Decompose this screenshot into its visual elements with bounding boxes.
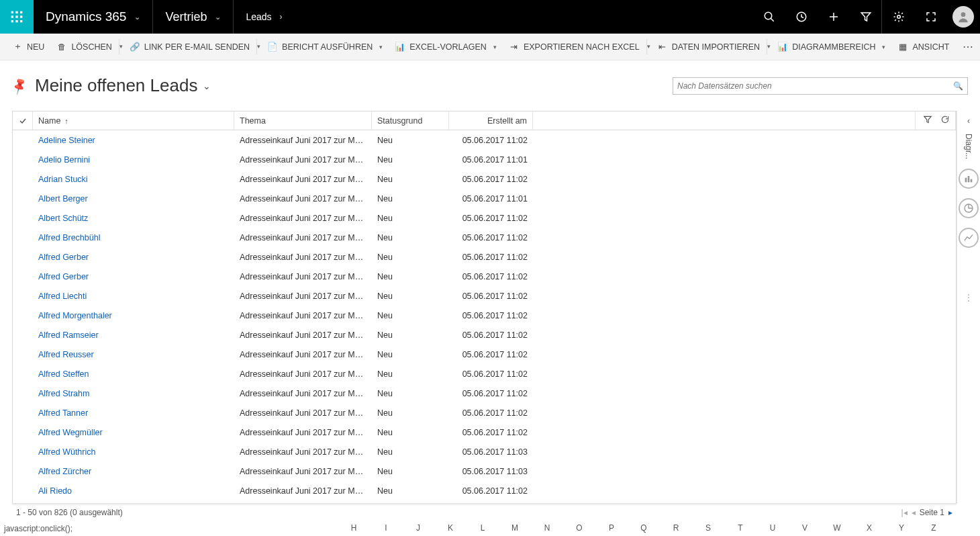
column-header-created[interactable]: Erstellt am (449, 111, 533, 130)
alpha-jump-S[interactable]: S (692, 523, 724, 533)
brand-switcher[interactable]: Dynamics 365 ⌄ (34, 0, 153, 34)
lead-name-link[interactable]: Alfred Morgenthaler (33, 311, 234, 320)
pager-first[interactable]: |◂ (901, 508, 908, 517)
table-row[interactable]: Adrian StuckiAdresseinkauf Juni 2017 zur… (13, 169, 956, 189)
select-all-checkbox[interactable] (13, 111, 33, 130)
alpha-jump-R[interactable]: R (660, 523, 692, 533)
table-row[interactable]: Albert SchützAdresseinkauf Juni 2017 zur… (13, 208, 956, 228)
expand-chart-pane[interactable]: ‹ (967, 116, 970, 126)
table-row[interactable]: Ali RiedoAdresseinkauf Juni 2017 zur Mar… (13, 481, 956, 500)
cmd-view[interactable]: ▦ ANSICHT (892, 34, 954, 60)
pager-next[interactable]: ▸ (948, 508, 952, 517)
table-row[interactable]: Alfred GerberAdresseinkauf Juni 2017 zur… (13, 247, 956, 267)
cmd-delete-split[interactable]: ▾ (119, 39, 123, 54)
settings-button[interactable] (882, 0, 914, 34)
alpha-jump-H[interactable]: H (338, 523, 370, 533)
grid-filter-button[interactable] (923, 115, 932, 126)
table-row[interactable]: Alfred SteffenAdresseinkauf Juni 2017 zu… (13, 364, 956, 384)
lead-name-link[interactable]: Alfred Liechti (33, 292, 234, 301)
cmd-chart-pane[interactable]: 📊 DIAGRAMMBEREICH ▾ (772, 34, 891, 60)
alpha-jump-P[interactable]: P (595, 523, 628, 533)
table-row[interactable]: Alfred MorgenthalerAdresseinkauf Juni 20… (13, 306, 956, 325)
breadcrumb-entity[interactable]: Leads › (234, 0, 294, 34)
table-row[interactable]: Adelio BerniniAdresseinkauf Juni 2017 zu… (13, 150, 956, 169)
cmd-import-data-split[interactable]: ▾ (767, 39, 771, 54)
lead-name-link[interactable]: Alfred Zürcher (33, 467, 234, 476)
alpha-jump-M[interactable]: M (499, 523, 531, 533)
lead-name-link[interactable]: Ali Riedo (33, 486, 234, 496)
alpha-jump-W[interactable]: W (821, 523, 853, 533)
lead-name-link[interactable]: Adrian Stucki (33, 175, 234, 184)
view-selector[interactable]: Meine offenen Leads ⌄ (35, 75, 211, 96)
alpha-jump-Q[interactable]: Q (628, 523, 660, 533)
alpha-jump-J[interactable]: J (402, 523, 434, 533)
alpha-jump-O[interactable]: O (563, 523, 595, 533)
cmd-new[interactable]: ＋ NEU (7, 34, 50, 60)
cmd-import-data[interactable]: ⇤ DATEN IMPORTIEREN (652, 34, 766, 60)
quick-create-button[interactable] (817, 0, 849, 34)
lead-name-link[interactable]: Alfred Ramseier (33, 330, 234, 340)
search-input[interactable] (677, 81, 953, 91)
global-search-button[interactable] (752, 0, 785, 34)
search-icon[interactable]: 🔍 (953, 81, 963, 91)
cmd-email-link[interactable]: 🔗 LINK PER E-MAIL SENDEN (124, 34, 255, 60)
table-row[interactable]: Alfred StrahmAdresseinkauf Juni 2017 zur… (13, 384, 956, 403)
cmd-export-excel[interactable]: ⇥ EXPORTIEREN NACH EXCEL (503, 34, 645, 60)
lead-name-link[interactable]: Alfred Reusser (33, 350, 234, 359)
table-row[interactable]: Alfred LiechtiAdresseinkauf Juni 2017 zu… (13, 286, 956, 306)
lead-name-link[interactable]: Alfred Gerber (33, 272, 234, 281)
alpha-jump-T[interactable]: T (724, 523, 756, 533)
lead-name-link[interactable]: Alfred Tanner (33, 408, 234, 418)
table-row[interactable]: Alfred TannerAdresseinkauf Juni 2017 zur… (13, 403, 956, 422)
record-search[interactable]: 🔍 (673, 77, 968, 95)
chart-line-button[interactable] (959, 228, 979, 248)
alpha-jump-I[interactable]: I (370, 523, 402, 533)
table-row[interactable]: Alfred WegmüllerAdresseinkauf Juni 2017 … (13, 422, 956, 442)
chart-pie-button[interactable] (959, 198, 979, 218)
pane-drag-handle[interactable]: ⋮ (965, 293, 973, 302)
pin-view-button[interactable]: 📌 (9, 75, 30, 95)
lead-name-link[interactable]: Alfred Wüthrich (33, 447, 234, 457)
table-row[interactable]: Adeline SteinerAdresseinkauf Juni 2017 z… (13, 130, 956, 150)
cmd-delete[interactable]: 🗑 LÖSCHEN (51, 34, 117, 60)
alpha-jump-N[interactable]: N (531, 523, 563, 533)
table-row[interactable]: Alfred WüthrichAdresseinkauf Juni 2017 z… (13, 442, 956, 461)
user-avatar[interactable] (946, 0, 980, 34)
advanced-find-button[interactable] (849, 0, 881, 34)
lead-name-link[interactable]: Alfred Brechbühl (33, 233, 234, 242)
table-row[interactable]: Alfred BrechbühlAdresseinkauf Juni 2017 … (13, 228, 956, 247)
recent-items-button[interactable] (785, 0, 817, 34)
column-header-thema[interactable]: Thema (234, 111, 372, 130)
alpha-jump-Z[interactable]: Z (918, 523, 950, 533)
app-launcher-button[interactable] (0, 0, 34, 34)
cmd-more[interactable]: ⋯ (956, 40, 980, 53)
pager-prev[interactable]: ◂ (912, 508, 916, 517)
lead-name-link[interactable]: Alfred Strahm (33, 389, 234, 398)
table-row[interactable]: Alfred ReusserAdresseinkauf Juni 2017 zu… (13, 345, 956, 364)
alpha-jump-X[interactable]: X (853, 523, 885, 533)
cmd-run-report[interactable]: 📄 BERICHT AUSFÜHREN ▾ (262, 34, 388, 60)
table-row[interactable]: Alfred GerberAdresseinkauf Juni 2017 zur… (13, 267, 956, 286)
lead-name-link[interactable]: Alfred Gerber (33, 253, 234, 262)
alpha-jump-K[interactable]: K (434, 523, 467, 533)
lead-name-link[interactable]: Albert Berger (33, 194, 234, 204)
help-button[interactable] (914, 0, 946, 34)
column-header-status[interactable]: Statusgrund (372, 111, 449, 130)
grid-refresh-button[interactable] (940, 115, 950, 126)
lead-name-link[interactable]: Albert Schütz (33, 214, 234, 223)
grid-body[interactable]: Adeline SteinerAdresseinkauf Juni 2017 z… (13, 130, 956, 503)
lead-name-link[interactable]: Alfred Wegmüller (33, 428, 234, 437)
lead-name-link[interactable]: Adelio Bernini (33, 155, 234, 165)
alpha-jump-Y[interactable]: Y (885, 523, 918, 533)
alpha-jump-V[interactable]: V (789, 523, 821, 533)
cmd-export-excel-split[interactable]: ▾ (646, 39, 650, 54)
lead-name-link[interactable]: Adeline Steiner (33, 136, 234, 145)
lead-name-link[interactable]: Alfred Steffen (33, 369, 234, 379)
table-row[interactable]: Albert BergerAdresseinkauf Juni 2017 zur… (13, 189, 956, 208)
table-row[interactable]: Alfred ZürcherAdresseinkauf Juni 2017 zu… (13, 461, 956, 481)
column-header-name[interactable]: Name ↑ (33, 111, 234, 130)
table-row[interactable]: Alfred RamseierAdresseinkauf Juni 2017 z… (13, 325, 956, 345)
chart-bar-button[interactable] (959, 169, 979, 189)
area-switcher[interactable]: Vertrieb ⌄ (153, 0, 234, 34)
alpha-jump-L[interactable]: L (467, 523, 499, 533)
